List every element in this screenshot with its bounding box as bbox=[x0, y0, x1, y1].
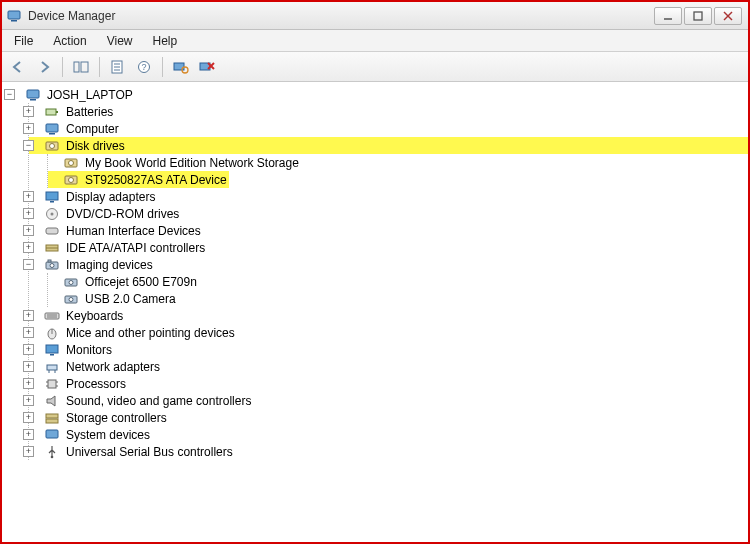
tree-node-imaging[interactable]: − Imaging devices Officejet 6500 E709n U… bbox=[29, 256, 748, 307]
toolbar: ? bbox=[2, 52, 748, 82]
node-label: USB 2.0 Camera bbox=[83, 292, 178, 306]
tree-node-display-adapters[interactable]: + Display adapters bbox=[29, 188, 748, 205]
node-label: IDE ATA/ATAPI controllers bbox=[64, 241, 207, 255]
titlebar: Device Manager bbox=[2, 2, 748, 30]
menu-help[interactable]: Help bbox=[143, 30, 188, 51]
expander-plus-icon[interactable]: + bbox=[23, 395, 34, 406]
tree-node-imaging-usbcam[interactable]: USB 2.0 Camera bbox=[48, 290, 748, 307]
hid-icon bbox=[44, 223, 60, 239]
node-label: Officejet 6500 E709n bbox=[83, 275, 199, 289]
cpu-icon bbox=[44, 376, 60, 392]
svg-rect-31 bbox=[46, 192, 58, 200]
expander-plus-icon[interactable]: + bbox=[23, 361, 34, 372]
expander-plus-icon[interactable]: + bbox=[23, 208, 34, 219]
expander-plus-icon[interactable]: + bbox=[23, 327, 34, 338]
svg-marker-60 bbox=[47, 396, 55, 406]
expander-plus-icon[interactable]: + bbox=[23, 106, 34, 117]
tree-node-computer[interactable]: + Computer bbox=[29, 120, 748, 137]
svg-rect-51 bbox=[50, 354, 54, 356]
close-button[interactable] bbox=[714, 7, 742, 25]
svg-rect-61 bbox=[46, 414, 58, 418]
node-label: Human Interface Devices bbox=[64, 224, 203, 238]
computer-icon bbox=[44, 121, 60, 137]
node-label: Imaging devices bbox=[64, 258, 155, 272]
tree-node-mice[interactable]: + Mice and other pointing devices bbox=[29, 324, 748, 341]
uninstall-icon bbox=[199, 60, 215, 74]
tree-node-usb-controllers[interactable]: + Universal Serial Bus controllers bbox=[29, 443, 748, 460]
ide-icon bbox=[44, 240, 60, 256]
window-controls bbox=[654, 7, 744, 25]
tree-node-disk-st[interactable]: ST9250827AS ATA Device bbox=[48, 171, 748, 188]
expander-plus-icon[interactable]: + bbox=[23, 310, 34, 321]
svg-rect-23 bbox=[46, 124, 58, 132]
expander-plus-icon[interactable]: + bbox=[23, 378, 34, 389]
network-icon bbox=[44, 359, 60, 375]
help-button[interactable]: ? bbox=[132, 56, 156, 78]
expander-none bbox=[42, 174, 53, 185]
tree-node-processors[interactable]: + Processors bbox=[29, 375, 748, 392]
tree-node-hid[interactable]: + Human Interface Devices bbox=[29, 222, 748, 239]
svg-rect-35 bbox=[46, 228, 58, 234]
battery-icon bbox=[44, 104, 60, 120]
help-icon: ? bbox=[136, 60, 152, 74]
expander-plus-icon[interactable]: + bbox=[23, 344, 34, 355]
expander-plus-icon[interactable]: + bbox=[23, 242, 34, 253]
svg-rect-20 bbox=[30, 99, 36, 101]
tree-node-keyboards[interactable]: + Keyboards bbox=[29, 307, 748, 324]
tree-node-monitors[interactable]: + Monitors bbox=[29, 341, 748, 358]
node-label: Universal Serial Bus controllers bbox=[64, 445, 235, 459]
mouse-icon bbox=[44, 325, 60, 341]
node-label: Display adapters bbox=[64, 190, 157, 204]
svg-rect-6 bbox=[74, 62, 79, 72]
tree-node-disk-drives[interactable]: − Disk drives My Book World Edition Netw… bbox=[29, 137, 748, 188]
svg-point-34 bbox=[51, 212, 54, 215]
svg-rect-3 bbox=[694, 12, 702, 20]
tree-node-imaging-officejet[interactable]: Officejet 6500 E709n bbox=[48, 273, 748, 290]
expander-plus-icon[interactable]: + bbox=[23, 123, 34, 134]
svg-rect-0 bbox=[8, 11, 20, 19]
maximize-button[interactable] bbox=[684, 7, 712, 25]
expander-minus-icon[interactable]: − bbox=[23, 140, 34, 151]
expander-minus-icon[interactable]: − bbox=[23, 259, 34, 270]
computer-icon bbox=[25, 87, 41, 103]
expander-plus-icon[interactable]: + bbox=[23, 429, 34, 440]
uninstall-button[interactable] bbox=[195, 56, 219, 78]
forward-button[interactable] bbox=[32, 56, 56, 78]
monitor-icon bbox=[44, 342, 60, 358]
tree-node-system-devices[interactable]: + System devices bbox=[29, 426, 748, 443]
tree-node-batteries[interactable]: + Batteries bbox=[29, 103, 748, 120]
scan-icon bbox=[173, 60, 189, 74]
tree-node-storage-controllers[interactable]: + Storage controllers bbox=[29, 409, 748, 426]
menu-file[interactable]: File bbox=[4, 30, 43, 51]
expander-plus-icon[interactable]: + bbox=[23, 446, 34, 457]
node-label: Computer bbox=[64, 122, 121, 136]
expander-plus-icon[interactable]: + bbox=[23, 412, 34, 423]
display-icon bbox=[44, 189, 60, 205]
keyboard-icon bbox=[44, 308, 60, 324]
minimize-button[interactable] bbox=[654, 7, 682, 25]
svg-point-44 bbox=[69, 297, 73, 301]
tree-node-network[interactable]: + Network adapters bbox=[29, 358, 748, 375]
show-hide-console-button[interactable] bbox=[69, 56, 93, 78]
tree-node-ide[interactable]: + IDE ATA/ATAPI controllers bbox=[29, 239, 748, 256]
back-button[interactable] bbox=[6, 56, 30, 78]
expander-plus-icon[interactable]: + bbox=[23, 225, 34, 236]
svg-rect-40 bbox=[48, 260, 51, 262]
scan-hardware-button[interactable] bbox=[169, 56, 193, 78]
node-label: Batteries bbox=[64, 105, 115, 119]
expander-minus-icon[interactable]: − bbox=[4, 89, 15, 100]
expander-plus-icon[interactable]: + bbox=[23, 191, 34, 202]
tree-root[interactable]: − JOSH_LAPTOP + Batteries + Computer − bbox=[10, 86, 748, 460]
properties-button[interactable] bbox=[106, 56, 130, 78]
expander-none bbox=[42, 276, 53, 287]
menu-view[interactable]: View bbox=[97, 30, 143, 51]
tree-node-sound[interactable]: + Sound, video and game controllers bbox=[29, 392, 748, 409]
node-label: Monitors bbox=[64, 343, 114, 357]
device-tree[interactable]: − JOSH_LAPTOP + Batteries + Computer − bbox=[2, 82, 748, 542]
tree-node-dvd[interactable]: + DVD/CD-ROM drives bbox=[29, 205, 748, 222]
svg-rect-19 bbox=[27, 90, 39, 98]
svg-point-26 bbox=[50, 143, 55, 148]
tree-node-disk-mybook[interactable]: My Book World Edition Network Storage bbox=[48, 154, 748, 171]
menu-action[interactable]: Action bbox=[43, 30, 96, 51]
node-label: Processors bbox=[64, 377, 128, 391]
